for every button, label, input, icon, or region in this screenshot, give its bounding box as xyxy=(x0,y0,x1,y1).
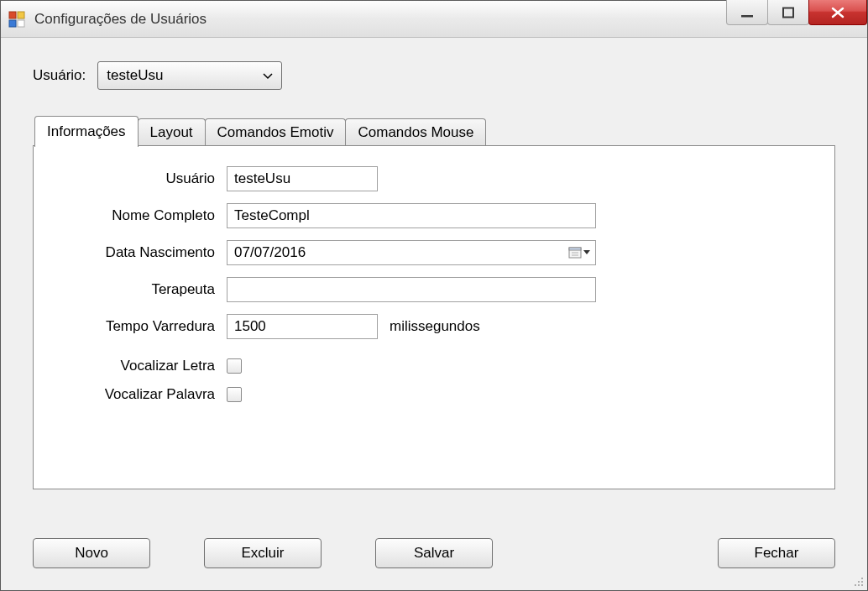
input-terapeuta[interactable] xyxy=(227,277,596,302)
svg-rect-0 xyxy=(9,12,16,18)
tab-comandos-emotiv[interactable]: Comandos Emotiv xyxy=(205,118,347,146)
minimize-button[interactable] xyxy=(726,0,768,25)
unit-milissegundos: milissegundos xyxy=(390,318,480,335)
user-selector-value: testeUsu xyxy=(107,67,163,84)
svg-point-15 xyxy=(861,584,863,586)
window: Configurações de Usuários Usuário: teste… xyxy=(0,0,868,591)
row-nome-completo: Nome Completo xyxy=(59,203,809,228)
app-icon xyxy=(8,10,26,29)
svg-rect-7 xyxy=(569,248,581,250)
novo-button[interactable]: Novo xyxy=(33,538,150,568)
row-vocalizar-palavra: Vocalizar Palavra xyxy=(59,386,809,403)
window-controls xyxy=(727,0,867,25)
label-nome-completo: Nome Completo xyxy=(59,207,227,224)
salvar-button[interactable]: Salvar xyxy=(375,538,493,568)
data-nascimento-value: 07/07/2016 xyxy=(234,244,306,261)
client-area: Usuário: testeUsu Informações Layout Com… xyxy=(1,38,867,590)
row-usuario: Usuário xyxy=(59,166,809,191)
row-tempo-varredura: Tempo Varredura milissegundos xyxy=(59,314,809,339)
button-row: Novo Excluir Salvar Fechar xyxy=(33,538,835,568)
row-terapeuta: Terapeuta xyxy=(59,277,809,302)
svg-rect-2 xyxy=(9,20,16,27)
tab-layout[interactable]: Layout xyxy=(138,118,206,146)
label-data-nascimento: Data Nascimento xyxy=(59,244,227,261)
svg-point-14 xyxy=(858,584,860,586)
checkbox-vocalizar-letra[interactable] xyxy=(227,358,242,374)
user-selector-row: Usuário: testeUsu xyxy=(33,61,842,90)
calendar-icon xyxy=(568,246,590,259)
svg-rect-4 xyxy=(741,15,753,18)
svg-rect-3 xyxy=(18,20,24,27)
tab-strip: Informações Layout Comandos Emotiv Coman… xyxy=(33,115,835,146)
svg-point-13 xyxy=(855,584,856,586)
input-nome-completo[interactable] xyxy=(227,203,596,228)
window-title: Configurações de Usuários xyxy=(34,11,207,28)
tab-informacoes[interactable]: Informações xyxy=(34,116,139,147)
label-usuario: Usuário xyxy=(59,170,227,187)
svg-rect-1 xyxy=(18,12,24,18)
svg-point-10 xyxy=(861,578,863,579)
input-usuario[interactable] xyxy=(227,166,378,191)
close-button[interactable] xyxy=(808,0,867,25)
fechar-button[interactable]: Fechar xyxy=(718,538,835,568)
tab-comandos-mouse[interactable]: Comandos Mouse xyxy=(345,118,486,146)
label-terapeuta: Terapeuta xyxy=(59,281,227,298)
label-vocalizar-palavra: Vocalizar Palavra xyxy=(59,386,227,403)
label-tempo-varredura: Tempo Varredura xyxy=(59,318,227,335)
input-tempo-varredura[interactable] xyxy=(227,314,378,339)
svg-point-11 xyxy=(858,581,860,583)
input-data-nascimento[interactable]: 07/07/2016 xyxy=(227,240,596,265)
user-selector-combo[interactable]: testeUsu xyxy=(97,61,282,90)
svg-rect-5 xyxy=(783,8,793,17)
resize-grip-icon[interactable] xyxy=(851,574,865,588)
row-vocalizar-letra: Vocalizar Letra xyxy=(59,358,809,374)
maximize-button[interactable] xyxy=(767,0,809,25)
titlebar: Configurações de Usuários xyxy=(1,1,867,38)
checkbox-vocalizar-palavra[interactable] xyxy=(227,387,242,402)
tabs: Informações Layout Comandos Emotiv Coman… xyxy=(33,115,835,489)
row-data-nascimento: Data Nascimento 07/07/2016 xyxy=(59,240,809,265)
tab-body-informacoes: Usuário Nome Completo Data Nascimento 07… xyxy=(33,145,835,489)
svg-point-12 xyxy=(861,581,863,583)
excluir-button[interactable]: Excluir xyxy=(204,538,322,568)
label-vocalizar-letra: Vocalizar Letra xyxy=(59,358,227,374)
chevron-down-icon xyxy=(263,67,273,84)
user-selector-label: Usuário: xyxy=(33,67,86,84)
